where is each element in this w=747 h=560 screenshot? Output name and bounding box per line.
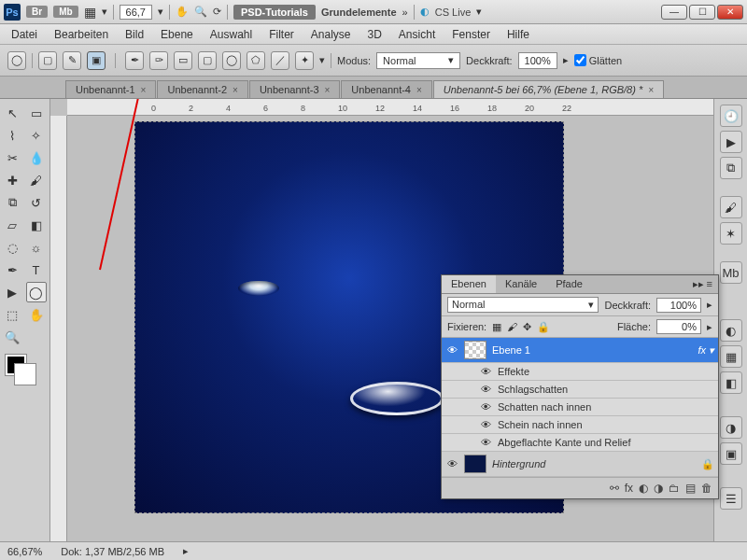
visibility-icon[interactable]: 👁 bbox=[479, 419, 492, 430]
layer-thumb[interactable] bbox=[464, 341, 486, 359]
shape-tool-icon[interactable]: ◯ bbox=[26, 282, 47, 302]
roundrect-shape-icon[interactable]: ▢ bbox=[198, 51, 217, 70]
tab-ebenen[interactable]: Ebenen bbox=[442, 275, 496, 293]
visibility-icon[interactable]: 👁 bbox=[479, 384, 492, 395]
actions-panel-icon[interactable]: ▶ bbox=[720, 131, 742, 153]
layers-panel-icon[interactable]: ☰ bbox=[720, 487, 742, 510]
visibility-icon[interactable]: 👁 bbox=[445, 458, 458, 469]
doc-tab[interactable]: Unbenannt-1× bbox=[65, 80, 156, 98]
brush-tool-icon[interactable]: 🖌 bbox=[26, 170, 47, 190]
brush-panel-icon[interactable]: 🖌 bbox=[720, 196, 742, 218]
menu-hilfe[interactable]: Hilfe bbox=[500, 26, 537, 43]
chevron-down-icon[interactable]: ▾ bbox=[319, 54, 325, 66]
hand-icon[interactable]: ✋ bbox=[176, 6, 189, 18]
menu-ebene[interactable]: Ebene bbox=[153, 26, 201, 43]
menu-analyse[interactable]: Analyse bbox=[303, 26, 359, 43]
tab-pfade[interactable]: Pfade bbox=[546, 275, 592, 293]
minibridge-chip[interactable]: Mb bbox=[53, 6, 78, 18]
doc-tab-active[interactable]: Unbenannt-5 bei 66,7% (Ebene 1, RGB/8) *… bbox=[433, 80, 664, 98]
layer-opacity-field[interactable]: 100% bbox=[656, 298, 701, 313]
hand-tool-icon[interactable]: ✋ bbox=[26, 304, 47, 325]
visibility-icon[interactable]: 👁 bbox=[479, 437, 492, 448]
layer-effect-row[interactable]: 👁Schatten nach innen bbox=[442, 399, 718, 416]
modus-select[interactable]: Normal▾ bbox=[376, 52, 460, 69]
gradient-tool-icon[interactable]: ◧ bbox=[26, 215, 47, 235]
layer-effect-row[interactable]: 👁Schlagschatten bbox=[442, 381, 718, 399]
glaetten-checkbox[interactable]: Glätten bbox=[574, 54, 622, 66]
layer-row[interactable]: 👁 Hintergrund 🔒 bbox=[442, 452, 718, 477]
brushsrc-panel-icon[interactable]: ✶ bbox=[720, 222, 742, 245]
adjustment-icon[interactable]: ◑ bbox=[654, 482, 663, 495]
crop-tool-icon[interactable]: ✂ bbox=[2, 147, 22, 168]
visibility-icon[interactable]: 👁 bbox=[479, 366, 492, 377]
visibility-icon[interactable]: 👁 bbox=[479, 401, 492, 413]
history-brush-icon[interactable]: ↺ bbox=[26, 192, 47, 213]
lock-all-icon[interactable]: 🔒 bbox=[537, 321, 550, 333]
eraser-tool-icon[interactable]: ▱ bbox=[2, 215, 22, 235]
layer-thumb[interactable] bbox=[464, 455, 486, 473]
fx-badge[interactable]: fx ▾ bbox=[698, 344, 714, 357]
status-doc-size[interactable]: Dok: 1,37 MB/2,56 MB bbox=[61, 546, 164, 557]
zoom-tool-icon[interactable]: 🔍 bbox=[2, 327, 22, 347]
visibility-icon[interactable]: 👁 bbox=[445, 344, 458, 356]
presets-panel-icon[interactable]: ⧉ bbox=[720, 157, 742, 179]
panel-menu-icon[interactable]: ▸▸ ≡ bbox=[687, 275, 718, 293]
close-icon[interactable]: × bbox=[648, 85, 654, 95]
delete-layer-icon[interactable]: 🗑 bbox=[701, 482, 712, 495]
freeform-pen-icon[interactable]: ✑ bbox=[149, 51, 168, 70]
layer-name[interactable]: Ebene 1 bbox=[492, 344, 530, 356]
blur-tool-icon[interactable]: ◌ bbox=[2, 237, 22, 258]
dodge-tool-icon[interactable]: ☼ bbox=[26, 237, 47, 258]
rect-shape-icon[interactable]: ▭ bbox=[174, 51, 192, 70]
expand-icon[interactable]: » bbox=[402, 7, 408, 18]
doc-tab[interactable]: Unbenannt-3× bbox=[249, 80, 340, 98]
styles-panel-icon[interactable]: ◧ bbox=[720, 371, 742, 394]
doc-tab[interactable]: Unbenannt-4× bbox=[341, 80, 431, 98]
move-tool-icon[interactable]: ↖ bbox=[2, 103, 22, 123]
layer-effect-row[interactable]: 👁Effekte bbox=[442, 363, 718, 381]
group-icon[interactable]: 🗀 bbox=[669, 482, 680, 495]
path-select-icon[interactable]: ▶ bbox=[2, 282, 22, 302]
fill-pixels-icon[interactable]: ▣ bbox=[87, 51, 106, 70]
swatches-panel-icon[interactable]: ▦ bbox=[720, 345, 742, 368]
lock-paint-icon[interactable]: 🖌 bbox=[507, 321, 517, 332]
close-icon[interactable]: × bbox=[416, 85, 422, 95]
layer-row[interactable]: 👁 Ebene 1 fx ▾ bbox=[442, 338, 718, 363]
doc-tab[interactable]: Unbenannt-2× bbox=[157, 80, 247, 98]
link-layers-icon[interactable]: ⚯ bbox=[610, 482, 619, 495]
color-panel-icon[interactable]: ◐ bbox=[720, 319, 742, 342]
close-icon[interactable]: × bbox=[141, 85, 147, 95]
3d-tool-icon[interactable]: ⬚ bbox=[2, 304, 22, 325]
adjust-panel-icon[interactable]: ◑ bbox=[720, 416, 742, 439]
doc-name-1[interactable]: PSD-Tutorials bbox=[233, 5, 316, 20]
tab-kanaele[interactable]: Kanäle bbox=[496, 275, 546, 293]
chevron-down-icon[interactable]: ▾ bbox=[158, 6, 163, 18]
pen-tool-icon[interactable]: ✒ bbox=[2, 259, 22, 280]
custom-shape-icon[interactable]: ✦ bbox=[295, 51, 314, 70]
background-swatch[interactable] bbox=[15, 364, 35, 385]
polygon-shape-icon[interactable]: ⬠ bbox=[247, 51, 265, 70]
type-tool-icon[interactable]: T bbox=[26, 259, 47, 280]
menu-auswahl[interactable]: Auswahl bbox=[203, 26, 260, 43]
layer-effect-row[interactable]: 👁Abgeflachte Kante und Relief bbox=[442, 434, 718, 452]
line-shape-icon[interactable]: ／ bbox=[271, 51, 289, 70]
unconstrained-icon[interactable]: ▢ bbox=[38, 51, 57, 70]
mask-icon[interactable]: ◐ bbox=[639, 482, 648, 495]
menu-3d[interactable]: 3D bbox=[360, 26, 389, 43]
pen-icon[interactable]: ✒ bbox=[125, 51, 144, 70]
flyout-icon[interactable]: ▸ bbox=[707, 321, 712, 333]
zoom-field[interactable]: 66,7 bbox=[120, 5, 152, 20]
color-swatches[interactable] bbox=[2, 355, 48, 386]
close-icon[interactable]: × bbox=[325, 85, 331, 95]
opacity-flyout-icon[interactable]: ▸ bbox=[563, 54, 569, 66]
menu-filter[interactable]: Filter bbox=[261, 26, 302, 43]
ellipse-shape-icon[interactable]: ◯ bbox=[222, 51, 241, 70]
arrange-icon[interactable]: ▦ bbox=[84, 5, 96, 20]
rotate-icon[interactable]: ⟳ bbox=[213, 6, 221, 18]
masks-panel-icon[interactable]: ▣ bbox=[720, 442, 742, 465]
marquee-tool-icon[interactable]: ▭ bbox=[26, 103, 47, 123]
layer-effect-row[interactable]: 👁Schein nach innen bbox=[442, 416, 718, 434]
close-icon[interactable]: × bbox=[233, 85, 238, 95]
eyedropper-tool-icon[interactable]: 💧 bbox=[26, 147, 47, 168]
menu-fenster[interactable]: Fenster bbox=[444, 26, 498, 43]
